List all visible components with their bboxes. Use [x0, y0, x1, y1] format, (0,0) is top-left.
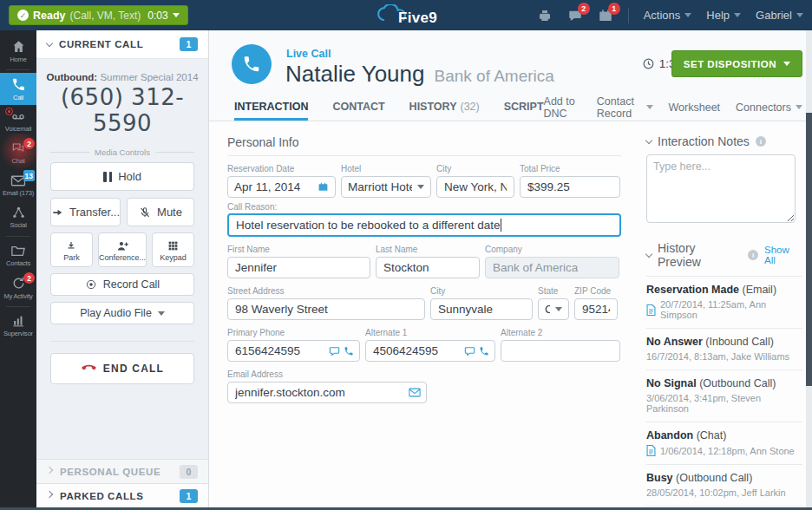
- email-address-field[interactable]: [227, 382, 427, 403]
- tab-label: HISTORY: [409, 101, 457, 113]
- sidebar-item-supervisor[interactable]: Supervisor: [0, 310, 36, 342]
- street-address-field[interactable]: [227, 298, 425, 320]
- tab-count: (32): [460, 101, 479, 113]
- history-item[interactable]: Abandon (Chat) 1/06/2014, 12:18pm, Ann S…: [646, 422, 802, 465]
- mute-button[interactable]: Mute: [127, 198, 194, 226]
- nav-sidebar: Home Call Voicemail 2 Chat 13 Email (173…: [0, 30, 36, 510]
- tab-contact[interactable]: CONTACT: [332, 94, 384, 121]
- tab-history[interactable]: HISTORY (32): [409, 94, 480, 121]
- history-item[interactable]: No Signal (Outbound Call) 3/06/2014, 3:4…: [646, 370, 802, 422]
- history-item[interactable]: Reservation Made (Email) 20/7/2014, 11:2…: [646, 277, 802, 329]
- sidebar-item-my-activity[interactable]: 2 My Activity: [0, 271, 36, 304]
- calendar-icon[interactable]: [318, 181, 329, 193]
- current-call-header[interactable]: CURRENT CALL 1: [36, 30, 208, 59]
- transfer-button[interactable]: Transfer...: [50, 198, 121, 226]
- chevron-down-icon: [783, 62, 790, 66]
- sms-icon[interactable]: [464, 346, 475, 356]
- sidebar-item-contacts[interactable]: Contacts: [0, 239, 36, 271]
- end-call-button[interactable]: END CALL: [50, 353, 194, 384]
- dial-phone-icon[interactable]: [479, 346, 489, 356]
- agent-status-button[interactable]: ✓ Ready (Call, VM, Text) 0:03: [9, 5, 188, 25]
- first-name-field[interactable]: [227, 257, 370, 278]
- sidebar-item-label: Call: [13, 94, 23, 101]
- parked-calls-section[interactable]: PARKED CALLS 1: [36, 483, 208, 507]
- dial-phone-icon[interactable]: [344, 346, 354, 356]
- actions-menu[interactable]: Actions: [644, 9, 692, 22]
- set-disposition-button[interactable]: SET DISPOSITION: [671, 50, 802, 77]
- personal-queue-title: PERSONAL QUEUE: [60, 467, 172, 477]
- contact-company: Bank of America: [434, 67, 553, 86]
- keypad-label: Keypad: [160, 253, 187, 262]
- hold-button[interactable]: Hold: [50, 162, 194, 191]
- history-preview-header[interactable]: History Preview i Show All: [646, 241, 802, 269]
- show-all-link[interactable]: Show All: [764, 245, 802, 265]
- sidebar-item-social[interactable]: Social: [0, 201, 36, 233]
- add-to-dnc-label: Add to DNC: [544, 95, 581, 120]
- tab-bar: INTERACTION CONTACT HISTORY (32) SCRIPT …: [209, 94, 812, 121]
- sms-icon[interactable]: [329, 346, 340, 356]
- interaction-notes-header[interactable]: Interaction Notes i: [646, 134, 802, 148]
- reservation-date-field[interactable]: Apr 11, 2014: [227, 176, 336, 198]
- personal-queue-section[interactable]: PERSONAL QUEUE 0: [36, 459, 208, 483]
- dialed-number: (650) 312-5590: [36, 84, 208, 136]
- add-to-dnc-link[interactable]: Add to DNC: [544, 95, 581, 120]
- current-call-panel: CURRENT CALL 1 Outbound: Summer Special …: [36, 30, 209, 510]
- call-reason-field[interactable]: Hotel reservation to be rebooked to a di…: [227, 213, 621, 237]
- zip-code-field[interactable]: [574, 298, 618, 320]
- conference-button[interactable]: Conference...: [98, 232, 147, 267]
- hotel-select[interactable]: Marriott Hotel: [341, 176, 431, 198]
- field-label: Company: [485, 245, 619, 254]
- history-item[interactable]: No Answer (Inbound Call) 16/7/2014, 8:13…: [646, 329, 802, 370]
- messages-icon[interactable]: 2: [567, 8, 583, 23]
- help-menu[interactable]: Help: [706, 9, 741, 22]
- city-field[interactable]: [430, 298, 533, 320]
- sidebar-divider: [6, 69, 30, 70]
- tab-label: INTERACTION: [234, 101, 308, 113]
- sidebar-item-voicemail[interactable]: Voicemail: [0, 105, 36, 137]
- history-item[interactable]: Busy (Outbound Call) 28/05/2014, 10:02pm…: [646, 465, 802, 507]
- set-disposition-label: SET DISPOSITION: [684, 59, 776, 69]
- tab-script[interactable]: SCRIPT: [504, 94, 544, 121]
- info-icon: i: [756, 136, 766, 147]
- total-price-field[interactable]: [520, 176, 620, 198]
- scrollbar-thumb[interactable]: [806, 113, 812, 386]
- sidebar-item-email[interactable]: 13 Email (173): [0, 169, 36, 201]
- sidebar-item-chat[interactable]: 2 Chat: [0, 137, 36, 169]
- media-controls-group: Hold Transfer... Mute Park: [36, 162, 208, 384]
- parked-calls-title: PARKED CALLS: [60, 491, 172, 501]
- five9-agent-desktop: ✓ Ready (Call, VM, Text) 0:03 Five9 2 1: [0, 0, 812, 510]
- field-label: City: [436, 164, 514, 173]
- interaction-notes-input[interactable]: [646, 154, 796, 223]
- calendar-icon[interactable]: 1: [598, 8, 613, 23]
- sidebar-divider: [6, 306, 30, 307]
- last-name-field[interactable]: [376, 257, 480, 278]
- vertical-scrollbar: [806, 30, 812, 507]
- sidebar-item-call[interactable]: Call: [0, 73, 36, 105]
- record-call-button[interactable]: Record Call: [50, 273, 194, 296]
- call-reason-value: Hotel reservation to be rebooked to a di…: [236, 219, 500, 232]
- alternate2-field[interactable]: [501, 340, 620, 362]
- keypad-button[interactable]: Keypad: [152, 232, 194, 267]
- fax-icon[interactable]: [537, 8, 553, 23]
- hotel-city-field[interactable]: [436, 176, 514, 198]
- play-audio-file-button[interactable]: Play Audio File: [50, 302, 194, 324]
- agent-status-label: Ready: [33, 10, 66, 22]
- tab-interaction[interactable]: INTERACTION: [234, 94, 308, 121]
- state-value: CA: [545, 303, 550, 316]
- connectors-menu[interactable]: Connectors: [736, 101, 802, 114]
- history-item-meta: 20/7/2014, 11:25am, Ann Simpson: [660, 299, 802, 320]
- contact-record-menu[interactable]: Contact Record: [597, 95, 653, 120]
- field-label: City: [430, 286, 533, 296]
- park-button[interactable]: Park: [50, 232, 93, 267]
- send-email-icon[interactable]: [409, 388, 421, 397]
- field-label: Alternate 1: [365, 328, 495, 337]
- field-label: Hotel: [341, 164, 431, 173]
- sidebar-divider: [6, 236, 30, 237]
- sidebar-item-label: Contacts: [6, 259, 30, 267]
- worksheet-link[interactable]: Worksheet: [669, 101, 721, 114]
- sidebar-item-home[interactable]: Home: [0, 35, 36, 67]
- user-menu[interactable]: Gabriel: [756, 9, 803, 22]
- chevron-down-icon: [645, 136, 652, 143]
- document-icon: [646, 445, 656, 456]
- state-select[interactable]: CA: [538, 298, 569, 320]
